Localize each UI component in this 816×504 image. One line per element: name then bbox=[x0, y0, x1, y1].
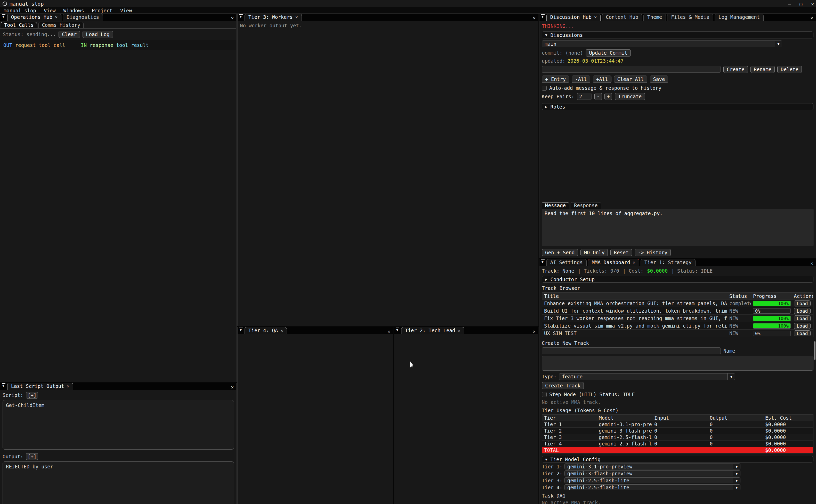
tab-ai-settings[interactable]: AI Settings bbox=[546, 259, 587, 266]
tier3-model-label: Tier 3: bbox=[542, 478, 562, 483]
reset-button[interactable]: Reset bbox=[610, 249, 632, 256]
conductor-setup-header[interactable]: ▶ Conductor Setup bbox=[542, 276, 813, 283]
panel-menu-icon[interactable]: ▼ bbox=[541, 259, 545, 265]
tier3-model-select[interactable]: gemini-2.5-flash-lite ▼ bbox=[564, 477, 740, 483]
tier2-model-select[interactable]: gemini-3-flash-preview ▼ bbox=[564, 470, 740, 476]
tab-close-icon[interactable]: ✕ bbox=[633, 260, 635, 265]
output-expand-button[interactable]: [+] bbox=[26, 453, 38, 460]
delete-branch-button[interactable]: Delete bbox=[777, 66, 802, 73]
tab-tier3-workers[interactable]: Tier 3: Workers ✕ bbox=[245, 14, 302, 21]
load-track-button[interactable]: Load bbox=[794, 315, 811, 321]
tab-close-icon[interactable]: ✕ bbox=[55, 14, 58, 20]
panel-menu-icon[interactable]: ▼ bbox=[2, 383, 5, 389]
track-type-select[interactable]: feature ▼ bbox=[559, 373, 735, 380]
panel-close-icon[interactable]: ✕ bbox=[533, 329, 536, 334]
tab-last-script-output[interactable]: Last Script Output ✕ bbox=[7, 383, 73, 390]
clear-all-button[interactable]: Clear All bbox=[614, 76, 647, 83]
menu-item-app[interactable]: manual slop bbox=[4, 8, 36, 13]
keep-pairs-plus-button[interactable]: + bbox=[604, 93, 612, 100]
save-button[interactable]: Save bbox=[650, 76, 668, 83]
panel-scrollbar-thumb[interactable] bbox=[814, 341, 815, 360]
to-history-button[interactable]: -> History bbox=[635, 249, 671, 256]
menu-item-project[interactable]: Project bbox=[92, 8, 112, 13]
tab-close-icon[interactable]: ✕ bbox=[458, 328, 460, 333]
update-commit-button[interactable]: Update Commit bbox=[586, 49, 631, 56]
panel-close-icon[interactable]: ✕ bbox=[533, 15, 536, 21]
tab-operations-hub[interactable]: Operations Hub ✕ bbox=[7, 14, 61, 21]
tab-discussion-hub[interactable]: Discussion Hub ✕ bbox=[546, 14, 601, 21]
menu-item-view[interactable]: View bbox=[44, 8, 56, 13]
subtab-tool-calls[interactable]: Tool Calls bbox=[1, 22, 37, 28]
message-textarea[interactable]: Read the first 10 lines of aggregate.py. bbox=[542, 209, 813, 246]
branch-select[interactable]: main ▼ bbox=[542, 40, 782, 47]
tab-context-hub[interactable]: Context Hub bbox=[602, 14, 642, 21]
load-track-button[interactable]: Load bbox=[794, 300, 811, 306]
branch-name-input[interactable] bbox=[542, 66, 721, 73]
tier1-model-select[interactable]: gemini-3.1-pro-preview ▼ bbox=[564, 464, 740, 469]
expand-all-button[interactable]: +All bbox=[593, 76, 611, 83]
output-text-box[interactable]: REJECTED by user bbox=[3, 461, 234, 504]
close-button[interactable]: ✕ bbox=[811, 1, 814, 7]
panel-menu-icon[interactable]: ▼ bbox=[239, 14, 243, 20]
collapse-all-button[interactable]: -All bbox=[572, 76, 590, 83]
keep-pairs-minus-button[interactable]: - bbox=[594, 93, 602, 100]
keep-pairs-input[interactable] bbox=[577, 93, 592, 100]
tier4-model-select[interactable]: gemini-2.5-flash-lite ▼ bbox=[564, 484, 740, 490]
maximize-button[interactable]: ▢ bbox=[799, 1, 802, 7]
create-track-button[interactable]: Create Track bbox=[542, 382, 584, 389]
tab-tier1-strategy[interactable]: Tier 1: Strategy bbox=[641, 259, 696, 266]
panel-menu-icon[interactable]: ▼ bbox=[239, 328, 243, 333]
rename-branch-button[interactable]: Rename bbox=[750, 66, 775, 73]
tab-mma-dashboard[interactable]: MMA Dashboard ✕ bbox=[588, 259, 639, 266]
tab-diagnostics[interactable]: Diagnostics bbox=[63, 14, 103, 21]
discussions-section-header[interactable]: ▼ Discussions bbox=[542, 31, 813, 38]
load-track-button[interactable]: Load bbox=[794, 330, 811, 336]
load-log-button[interactable]: Load Log bbox=[83, 31, 113, 38]
track-table-header: TitleStatus ProgressActions bbox=[542, 292, 813, 299]
panel-menu-icon[interactable]: ▼ bbox=[396, 328, 399, 333]
track-description-textarea[interactable] bbox=[542, 356, 813, 371]
create-branch-button[interactable]: Create bbox=[723, 66, 748, 73]
autoadd-checkbox[interactable] bbox=[542, 86, 547, 91]
panel-close-icon[interactable]: ✕ bbox=[387, 329, 390, 334]
ops-status-text: Status: sending... bbox=[3, 31, 56, 37]
add-entry-button[interactable]: + Entry bbox=[542, 76, 569, 83]
tab-close-icon[interactable]: ✕ bbox=[67, 384, 69, 389]
truncate-button[interactable]: Truncate bbox=[615, 93, 645, 100]
menu-item-view-2[interactable]: View bbox=[120, 8, 132, 13]
tab-close-icon[interactable]: ✕ bbox=[594, 14, 597, 20]
minimize-button[interactable]: – bbox=[788, 1, 791, 7]
track-row: Build UI for context window utilization,… bbox=[542, 307, 813, 314]
load-track-button[interactable]: Load bbox=[794, 323, 811, 329]
panel-close-icon[interactable]: ✕ bbox=[231, 15, 234, 21]
roles-section-header[interactable]: ▶ Roles bbox=[542, 103, 813, 110]
tier-model-config-header[interactable]: ▼ Tier Model Config bbox=[542, 456, 813, 462]
md-only-button[interactable]: MD Only bbox=[580, 249, 608, 256]
panel-menu-icon[interactable]: ▼ bbox=[2, 14, 5, 20]
tab-tier4-qa[interactable]: Tier 4: QA ✕ bbox=[245, 327, 287, 334]
tab-close-icon[interactable]: ✕ bbox=[280, 328, 283, 333]
subtab-comms-history[interactable]: Comms History bbox=[38, 22, 84, 28]
track-row: UX_SIM_TEST NEW 0% Load bbox=[542, 329, 813, 337]
tab-close-icon[interactable]: ✕ bbox=[295, 14, 298, 20]
panel-close-icon[interactable]: ✕ bbox=[810, 261, 813, 266]
tab-files-media[interactable]: Files & Media bbox=[667, 14, 713, 21]
cost-value: $0.0000 bbox=[647, 268, 668, 274]
tab-theme[interactable]: Theme bbox=[643, 14, 666, 21]
subtab-message[interactable]: Message bbox=[542, 202, 569, 209]
load-track-button[interactable]: Load bbox=[794, 308, 811, 314]
script-expand-button[interactable]: [+] bbox=[26, 392, 38, 399]
track-name-input[interactable] bbox=[542, 347, 721, 354]
panel-close-icon[interactable]: ✕ bbox=[810, 15, 813, 21]
subtab-response[interactable]: Response bbox=[571, 202, 601, 209]
panel-close-icon[interactable]: ✕ bbox=[231, 384, 234, 390]
menu-item-windows[interactable]: Windows bbox=[63, 8, 84, 13]
tool-call-log-row[interactable]: OUT request tool_call IN response tool_r… bbox=[0, 40, 236, 50]
script-text-box[interactable]: Get-ChildItem bbox=[3, 400, 234, 450]
clear-button[interactable]: Clear bbox=[59, 31, 80, 38]
gen-send-button[interactable]: Gen + Send bbox=[542, 249, 578, 256]
panel-menu-icon[interactable]: ▼ bbox=[541, 14, 545, 20]
tab-log-management[interactable]: Log Management bbox=[715, 14, 764, 21]
step-mode-checkbox[interactable] bbox=[542, 392, 547, 397]
tab-tier2-tech-lead[interactable]: Tier 2: Tech Lead ✕ bbox=[401, 327, 464, 334]
